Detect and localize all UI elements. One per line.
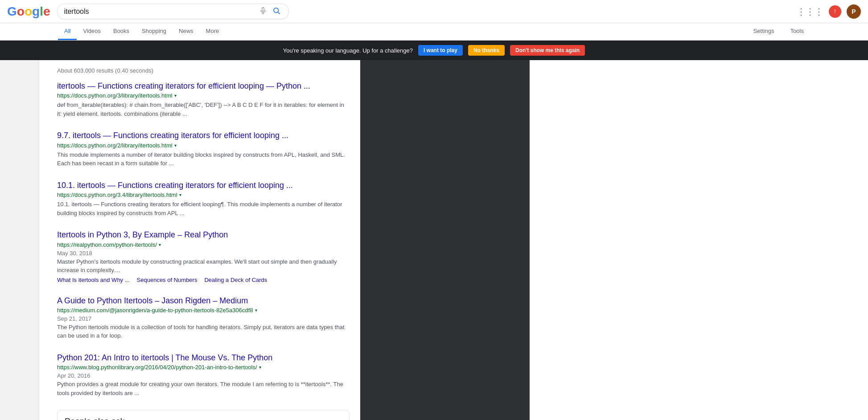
header-right: ⋮⋮⋮ ! P [797,4,861,19]
result-url-row: https://docs.python.org/3.4/library/iter… [57,192,350,198]
result-sub-links: What Is itertools and Why ... Sequences … [57,277,350,283]
banner-play-button[interactable]: I want to play [418,45,463,56]
banner-dontshow-button[interactable]: Don't show me this again [510,45,585,56]
tab-more[interactable]: More [200,23,226,40]
result-snippet: Master Python's itertools module by cons… [57,257,350,275]
search-bar[interactable] [57,4,289,19]
result-sub-link[interactable]: What Is itertools and Why ... [57,277,130,283]
result-sub-link[interactable]: Sequences of Numbers [137,277,197,283]
result-dropdown-arrow[interactable]: ▾ [255,308,257,313]
avatar[interactable]: P [847,4,861,19]
tab-settings[interactable]: Settings [747,23,781,40]
result-url-row: https://docs.python.org/3/library/iterto… [57,92,350,99]
result-url: https://docs.python.org/3/library/iterto… [57,92,173,99]
result-url: https://docs.python.org/3.4/library/iter… [57,192,177,198]
notification-icon[interactable]: ! [829,5,841,18]
tab-news[interactable]: News [173,23,200,40]
tab-all[interactable]: All [58,23,77,40]
tab-shopping[interactable]: Shopping [136,23,173,40]
result-url: https://medium.com/@jasonrigden/a-guide-… [57,307,253,314]
main-content: About 603,000 results (0.40 seconds) ite… [39,60,360,420]
search-input[interactable] [64,8,255,16]
challenge-banner: You're speaking our language. Up for a c… [0,41,868,60]
result-title[interactable]: itertools — Functions creating iterators… [57,82,310,90]
svg-rect-0 [262,8,264,12]
banner-message: You're speaking our language. Up for a c… [283,47,413,54]
result-snippet: Python provides a great module for creat… [57,380,350,397]
result-title[interactable]: 9.7. itertools — Functions creating iter… [57,131,288,140]
search-result: 9.7. itertools — Functions creating iter… [57,130,350,167]
apps-icon[interactable]: ⋮⋮⋮ [797,6,823,17]
result-snippet: 10.1. itertools — Functions creating ite… [57,200,350,217]
search-button[interactable] [271,7,282,16]
result-title[interactable]: A Guide to Python Itertools – Jason Rigd… [57,296,248,305]
result-dropdown-arrow[interactable]: ▾ [179,192,181,197]
result-date: Sep 21, 2017 [57,315,350,322]
result-snippet: This module implements a number of itera… [57,151,350,168]
page-layout: About 603,000 results (0.40 seconds) ite… [0,60,868,420]
result-dropdown-arrow[interactable]: ▾ [259,365,261,370]
left-sidebar [0,60,39,420]
result-title[interactable]: 10.1. itertools — Functions creating ite… [57,181,293,190]
people-also-ask-box: People also ask What does itertools do? … [57,410,350,420]
microphone-icon[interactable] [255,7,271,16]
result-url: https://www.blog.pythonlibrary.org/2016/… [57,364,257,371]
result-sub-link[interactable]: Dealing a Deck of Cards [204,277,267,283]
result-snippet: The Python itertools module is a collect… [57,323,350,340]
result-url-row: https://docs.python.org/2/library/iterto… [57,142,350,149]
result-dropdown-arrow[interactable]: ▾ [174,93,177,98]
tab-books[interactable]: Books [107,23,136,40]
result-url: https://docs.python.org/2/library/iterto… [57,142,173,149]
result-dropdown-arrow[interactable]: ▾ [159,242,161,247]
tab-tools[interactable]: Tools [784,23,810,40]
results-count: About 603,000 results (0.40 seconds) [57,67,350,74]
search-result: 10.1. itertools — Functions creating ite… [57,180,350,217]
search-result: Itertools in Python 3, By Example – Real… [57,230,350,283]
result-date: May 30, 2018 [57,250,350,257]
result-url-row: https://medium.com/@jasonrigden/a-guide-… [57,307,350,314]
right-panel [360,60,530,420]
search-result: itertools — Functions creating iterators… [57,81,350,118]
svg-point-3 [274,8,279,13]
result-title[interactable]: Itertools in Python 3, By Example – Real… [57,230,228,239]
result-url-row: https://www.blog.pythonlibrary.org/2016/… [57,364,350,371]
result-url-row: https://realpython.com/python-itertools/… [57,241,350,248]
tab-videos[interactable]: Videos [77,23,107,40]
search-result: A Guide to Python Itertools – Jason Rigd… [57,296,350,340]
header: Google ⋮⋮⋮ ! P [0,0,868,23]
result-url: https://realpython.com/python-itertools/ [57,241,157,248]
result-snippet: def from_iterable(iterables): # chain.fr… [57,101,350,118]
banner-nothanks-button[interactable]: No thanks [468,45,505,56]
nav-tabs: All Videos Books Shopping News More Sett… [0,23,868,41]
result-title[interactable]: Python 201: An Intro to itertools | The … [57,353,272,362]
google-logo[interactable]: Google [7,4,50,19]
result-dropdown-arrow[interactable]: ▾ [174,143,177,148]
people-also-ask-title: People also ask [58,410,349,420]
search-result: Python 201: An Intro to itertools | The … [57,353,350,397]
svg-line-4 [278,12,280,14]
result-date: Apr 20, 2016 [57,372,350,379]
